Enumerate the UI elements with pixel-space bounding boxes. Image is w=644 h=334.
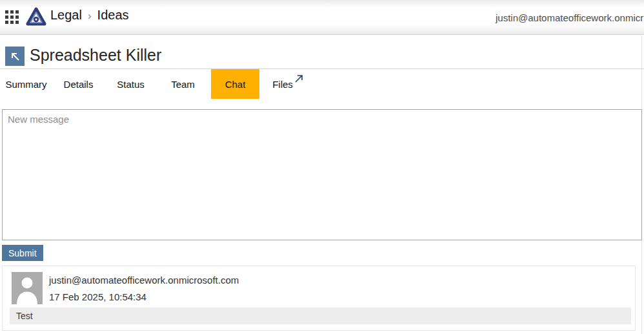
new-message-input[interactable] — [2, 109, 642, 240]
tab-details[interactable]: Details — [54, 69, 103, 99]
app-launcher-icon[interactable] — [5, 10, 19, 24]
app-header: Legal›Ideas justin@automateofficework.on… — [0, 0, 644, 35]
tab-team[interactable]: Team — [159, 69, 207, 99]
arrow-up-left-icon — [8, 50, 21, 63]
submit-button[interactable]: Submit — [2, 245, 43, 261]
avatar — [12, 272, 43, 304]
chat-message-card: justin@automateofficework.onmicrosoft.co… — [2, 266, 636, 331]
message-author: justin@automateofficework.onmicrosoft.co… — [49, 275, 239, 286]
back-button[interactable] — [5, 47, 25, 66]
tab-status[interactable]: Status — [106, 69, 155, 99]
breadcrumb-app[interactable]: Legal — [50, 8, 82, 22]
tab-bar: Summary Details Status Team Chat Files — [2, 69, 312, 99]
message-timestamp: 17 Feb 2025, 10:54:34 — [49, 291, 146, 302]
page-title: Spreadsheet Killer — [30, 46, 161, 65]
tab-chat[interactable]: Chat — [211, 69, 259, 99]
tab-files[interactable]: Files — [263, 69, 312, 99]
message-text: Test — [10, 308, 631, 324]
external-link-arrow-icon — [294, 74, 304, 83]
breadcrumb: Legal›Ideas — [50, 8, 129, 23]
app-logo-icon[interactable] — [26, 6, 46, 27]
breadcrumb-page[interactable]: Ideas — [97, 8, 129, 22]
tab-summary[interactable]: Summary — [2, 69, 50, 99]
person-silhouette-icon — [12, 272, 43, 304]
signed-in-user-email: justin@automateofficework.onmicr — [496, 12, 643, 23]
breadcrumb-separator: › — [88, 10, 92, 22]
